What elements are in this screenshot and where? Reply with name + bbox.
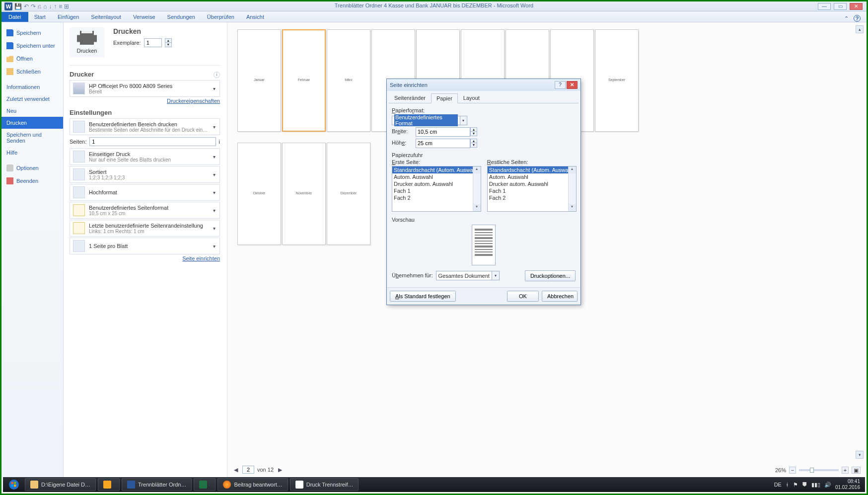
apply-to-combo[interactable]: Gesamtes Dokument ▾ [436, 271, 500, 280]
duplex-selector[interactable]: Einseitiger DruckNur auf eine Seite des … [70, 148, 220, 165]
maximize-button[interactable]: ▭ [834, 3, 847, 10]
printer-properties-link[interactable]: Druckereigenschaften [167, 98, 220, 104]
width-spinner[interactable]: ▲▼ [470, 127, 477, 136]
orientation-selector[interactable]: Hochformat ▾ [70, 184, 220, 201]
page-thumb-selected[interactable]: Februar [282, 29, 326, 132]
cancel-button[interactable]: Abbrechen [542, 291, 578, 302]
scroll-up-button[interactable]: ▴ [856, 25, 864, 33]
qat-icon[interactable]: ⌂ [43, 3, 47, 10]
list-item[interactable]: Fach 1 [488, 187, 576, 194]
tray-flag-icon[interactable]: ⚑ [793, 482, 798, 488]
taskbar-item[interactable]: D:\Eigene Datei D… [25, 478, 96, 491]
tab-mailings[interactable]: Sendungen [161, 12, 201, 22]
page-setup-link[interactable]: Seite einrichten [182, 255, 220, 261]
paper-format-combo[interactable]: Benutzerdefiniertes Format ▾ [392, 116, 467, 125]
zoom-slider[interactable] [799, 469, 839, 471]
sidebar-item-help[interactable]: Hilfe [1, 147, 63, 159]
help-icon[interactable]: ? [854, 15, 861, 22]
qat-undo-icon[interactable]: ↶ [24, 3, 29, 10]
sidebar-item-new[interactable]: Neu [1, 105, 63, 117]
tab-file[interactable]: Datei [1, 12, 28, 22]
sidebar-item-saveas[interactable]: Speichern unter [1, 39, 63, 52]
list-scrollbar[interactable]: ▴▾ [568, 166, 576, 211]
list-item[interactable]: Autom. Auswahl [488, 173, 576, 180]
sidebar-item-print[interactable]: Drucken [1, 117, 63, 129]
zoom-out-button[interactable]: − [789, 467, 796, 474]
height-spinner[interactable]: ▲▼ [470, 139, 477, 148]
language-indicator[interactable]: DE [774, 482, 782, 488]
sidebar-item-recent[interactable]: Zuletzt verwendet [1, 93, 63, 105]
tab-references[interactable]: Verweise [127, 12, 161, 22]
taskbar-item-firefox[interactable]: Beitrag beantwort… [217, 478, 288, 491]
prev-page-button[interactable]: ◀ [232, 467, 239, 473]
page-thumb[interactable]: Januar [237, 29, 281, 132]
list-item[interactable]: Fach 2 [488, 194, 576, 201]
zoom-in-button[interactable]: + [842, 467, 849, 474]
list-item[interactable]: Fach 2 [392, 194, 481, 201]
margins-selector[interactable]: Letzte benutzerdefinierte Seitenrandeins… [70, 220, 220, 237]
list-item[interactable]: Fach 1 [392, 187, 481, 194]
print-options-button[interactable]: Druckoptionen... [525, 270, 576, 281]
taskbar-item-paint[interactable]: Druck Trennstreif… [290, 478, 359, 491]
tab-layout[interactable]: Layout [458, 93, 485, 103]
width-input[interactable] [416, 127, 470, 137]
tab-paper[interactable]: Papier [431, 93, 458, 103]
pages-input[interactable] [89, 137, 216, 146]
qat-redo-icon[interactable]: ↷ [31, 3, 36, 10]
page-thumb[interactable]: November [282, 143, 326, 245]
first-page-tray-list[interactable]: Standardschacht (Autom. Auswahl) Autom. … [392, 166, 481, 212]
printer-selector[interactable]: HP Officejet Pro 8000 A809 SeriesBereit … [70, 80, 220, 97]
tray-volume-icon[interactable]: 🔊 [824, 482, 831, 488]
taskbar-item-outlook[interactable] [98, 478, 120, 491]
ribbon-collapse-icon[interactable]: ⌃ [844, 15, 849, 22]
sidebar-item-info[interactable]: Informationen [1, 78, 63, 93]
tab-pagelayout[interactable]: Seitenlayout [85, 12, 127, 22]
scroll-down-button[interactable]: ▾ [856, 451, 864, 459]
quick-access-toolbar[interactable]: W 💾 ↶ ↷ ⎌ ⌂ ↓ ↑ ≡ ⊞ [1, 2, 69, 10]
page-thumb[interactable]: September [595, 29, 639, 132]
sidebar-item-open[interactable]: Öffnen [1, 52, 63, 65]
list-item[interactable]: Drucker autom. Auswahl [488, 180, 576, 187]
close-button[interactable]: ✕ [850, 3, 863, 10]
tab-view[interactable]: Ansicht [240, 12, 270, 22]
copies-input[interactable] [144, 38, 162, 47]
sidebar-item-exit[interactable]: Beenden [1, 174, 63, 187]
taskbar-item-word[interactable]: Trennblätter Ordn… [122, 478, 192, 491]
pages-per-sheet-selector[interactable]: 1 Seite pro Blatt ▾ [70, 238, 220, 254]
list-item[interactable]: Autom. Auswahl [392, 173, 481, 180]
qat-save-icon[interactable]: 💾 [14, 3, 22, 10]
qat-icon[interactable]: ⊞ [64, 3, 69, 10]
qat-icon[interactable]: ↑ [54, 3, 57, 10]
taskbar-item-excel[interactable] [194, 478, 216, 491]
dialog-title-bar[interactable]: Seite einrichten ? ✕ [387, 79, 580, 91]
print-range-selector[interactable]: Benutzerdefinierten Bereich druckenBesti… [70, 118, 220, 135]
ok-button[interactable]: OK [507, 291, 539, 302]
start-button[interactable] [5, 478, 23, 491]
other-pages-tray-list[interactable]: Standardschacht (Autom. Auswahl) Autom. … [487, 166, 577, 212]
list-item[interactable]: Standardschacht (Autom. Auswahl) [488, 166, 576, 173]
list-item[interactable]: Standardschacht (Autom. Auswahl) [392, 166, 481, 173]
page-thumb[interactable]: März [327, 29, 370, 132]
fit-page-button[interactable]: ▣ [852, 467, 861, 474]
tab-review[interactable]: Überprüfen [201, 12, 240, 22]
tab-start[interactable]: Start [28, 12, 52, 22]
tab-insert[interactable]: Einfügen [52, 12, 85, 22]
page-thumb[interactable]: Dezember [327, 143, 370, 245]
collate-selector[interactable]: Sortiert1;2;3 1;2;3 1;2;3 ▾ [70, 166, 220, 183]
next-page-button[interactable]: ▶ [277, 467, 284, 473]
qat-icon[interactable]: ≡ [59, 3, 62, 10]
sidebar-item-close[interactable]: Schließen [1, 65, 63, 78]
page-thumb[interactable]: Oktober [237, 143, 281, 245]
dialog-close-button[interactable]: ✕ [567, 81, 578, 89]
paper-size-selector[interactable]: Benutzerdefiniertes Seitenformat10,5 cm … [70, 202, 220, 219]
tab-margins[interactable]: Seitenränder [389, 93, 431, 103]
sidebar-item-save[interactable]: Speichern [1, 26, 63, 39]
minimize-button[interactable]: — [818, 3, 831, 10]
info-icon[interactable]: i [219, 139, 220, 145]
info-icon[interactable]: i [214, 72, 220, 78]
word-app-icon[interactable]: W [4, 2, 12, 10]
list-scrollbar[interactable]: ▴▾ [473, 166, 481, 211]
list-item[interactable]: Drucker autom. Auswahl [392, 180, 481, 187]
qat-icon[interactable]: ⎌ [38, 3, 41, 10]
current-page-input[interactable] [242, 466, 254, 474]
